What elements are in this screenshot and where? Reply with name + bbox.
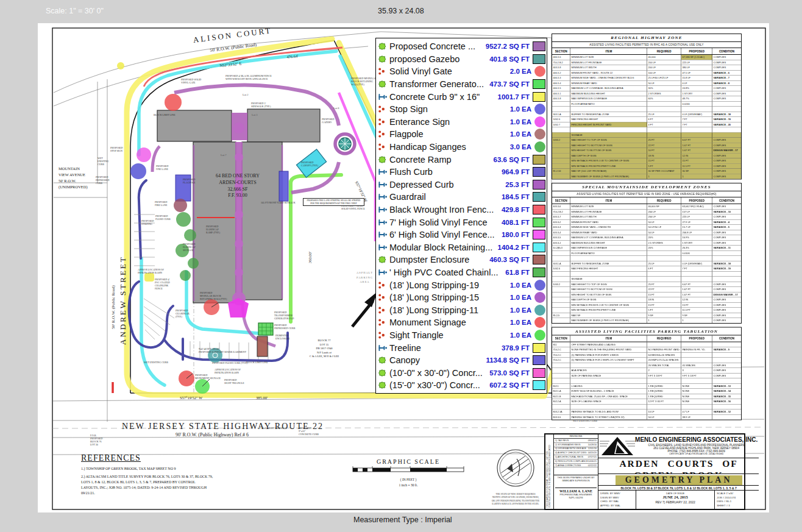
table-cell: 200 LF <box>647 60 681 65</box>
revisions-header: REVISIONS <box>554 434 598 439</box>
table-cell: MAX HEIGHT TO BOTTOM OF SIGN <box>570 287 647 292</box>
table-cell: COMPLIES <box>712 368 741 373</box>
legend-item[interactable]: Transformer Generato...473.7 SQ FT <box>378 78 545 91</box>
legend-item[interactable]: Sight Triangle1.0 EA <box>378 329 545 342</box>
column-header: ITEM <box>570 336 647 342</box>
table-cell: 710.2.C <box>552 353 570 358</box>
legend-item-value: 63.6 SQ FT <box>494 156 530 163</box>
concrete-pad-measurement[interactable] <box>296 149 326 177</box>
table-cell: VARIANCE - 8 <box>712 81 741 86</box>
table-row: FLOOR AREA RATIO0.0240 <box>552 102 741 107</box>
area-measurement-icon <box>378 356 389 365</box>
legend-item[interactable]: Enterance Sign1.0 EA <box>378 116 545 129</box>
legend-item[interactable]: (18' )Long Stripping-191.0 EA <box>378 278 545 291</box>
table-cell: VARIANCE - 9 <box>712 347 741 352</box>
table-cell: MAXIMUM LOT COVERAGE- BUILDING AREA <box>570 86 647 91</box>
table-cell: NONE PERMITTED IN THE REQUIRED FRONT YAR… <box>570 347 647 352</box>
legend-item[interactable]: ' High PVC Coated Chainl...61.8 FT <box>378 266 545 279</box>
table-row: 1052.6MAX FENCING HEIGHT6 FT7 FTVARIANCE… <box>552 266 741 272</box>
table-cell: 802.1.A <box>552 389 570 394</box>
table-cell: 20 EMPLOY./2=10 SPACES <box>647 358 681 363</box>
table-row: SIGNAGE <box>552 277 741 282</box>
legend-item[interactable]: Depressed Curb25.3 FT <box>378 179 545 191</box>
legend-item[interactable]: (15'-0" x30'-0") Concr...607.2 SQ FT <box>378 379 545 392</box>
legend-item[interactable]: Solid Vinyl Gate2.0 EA <box>378 65 545 78</box>
legend-item-value: 9527.2 SQ FT <box>486 43 530 50</box>
references-block: REFERENCES 1.) TOWNSHIP OF GREEN BROOK, … <box>81 453 271 498</box>
credit-line: SHEET # 3 <box>717 504 757 508</box>
table-cell: COMPLIES <box>712 96 741 101</box>
legend-item[interactable]: Flush Curb964.9 FT <box>378 166 545 179</box>
table-cell: SIGNAGE <box>570 133 647 138</box>
color-swatch <box>533 54 545 64</box>
revisions-table: REVISIONS 1) TAX REVS09/04/152) STORMWAT… <box>554 434 598 475</box>
table-row <box>552 272 741 277</box>
table-row: MAX NUMBER OF SIGNS (1 PER LOT FRONTAGE)… <box>552 174 741 179</box>
legend-item[interactable]: (18' )Long Stripping-111.0 EA <box>378 303 545 316</box>
legend-item[interactable]: Stop Sign1.0 EA <box>378 103 545 116</box>
count-measurement-icon <box>378 67 389 76</box>
references-title: REFERENCES <box>81 453 271 463</box>
table-row: 710.2.C(1) PARKING SPACE FOR 2 EMPLOY./ … <box>552 358 741 363</box>
table-cell: 24.8% <box>681 86 712 91</box>
table-row: MIN SETBACK FROM PROPERTY LINE5 FT11.5 F… <box>552 308 741 313</box>
legend-item[interactable]: Dumpster Enclosure460.3 SQ FT <box>378 254 545 266</box>
table-row <box>552 378 741 384</box>
table-cell: COMPLIES <box>712 204 741 209</box>
legend-item[interactable]: Modular Block Retaining...1404.2 FT <box>378 241 545 254</box>
table-row: 405.3-3MINIMUM SIDE YARD - ONE/BOTH50 LF… <box>552 225 741 230</box>
table-row: 803.2.1APARKING SETBACK TO BLDG. AND ROW… <box>552 410 741 415</box>
table-cell <box>681 277 712 282</box>
table-cell: 0.0240 <box>681 102 712 107</box>
legend-item[interactable]: 7' High Solid Vinyl Fence408.1 FT <box>378 216 545 229</box>
table-cell <box>552 303 570 308</box>
length-measurement-icon <box>378 268 389 277</box>
column-header: REQUIRED <box>647 48 681 54</box>
table-header-row: SECTIONITEMREQUIREDPROPOSEDCONDITION <box>552 48 741 55</box>
legend-item[interactable]: Black Wrought Iron Fenc...429.8 FT <box>378 204 545 216</box>
table-cell: VARIANCE - 16 <box>712 399 741 404</box>
table-cell <box>570 405 647 410</box>
gazebo-measurement[interactable] <box>335 134 355 154</box>
legend-item[interactable]: Concrete Ramp63.6 SQ FT <box>378 153 545 166</box>
legend-item[interactable]: Treeline378.9 FT <box>378 341 545 354</box>
yellow-marker[interactable] <box>144 273 154 282</box>
legend-item-name: Canopy <box>389 355 484 365</box>
legend-item[interactable]: Proposed Concrete ...9527.2 SQ FT <box>378 40 545 53</box>
table-cell: MINIMUM FRONT YARD - ROUTE 22 <box>570 71 647 76</box>
table-row: 303.1.ABUFFER TO RESIDENTIAL ZONE25 LF0 … <box>552 112 741 118</box>
vinyl-fence-7ft-measurement[interactable] <box>291 175 341 322</box>
legend-item[interactable]: Flagpole1.0 EA <box>378 128 545 141</box>
legend-item[interactable]: Handicap Siganges3.0 EA <box>378 141 545 154</box>
table-cell: 1 <box>647 318 681 323</box>
column-header: SECTION <box>552 48 570 54</box>
color-swatch <box>533 368 545 378</box>
table-cell: 30% <box>647 86 681 91</box>
legend-item[interactable]: Guardrail184.5 FT <box>378 191 545 204</box>
legend-item-value: 25.3 FT <box>505 181 530 188</box>
table-cell: 10.2(B).3 <box>552 246 570 250</box>
table-cell: PARKING IN FR. YD. <box>681 347 712 352</box>
table-cell: 27.9 LF <box>681 220 712 225</box>
legend-item[interactable]: Monument Signage1.0 EA <box>378 316 545 329</box>
table-cell <box>712 272 741 277</box>
table-cell <box>647 342 681 347</box>
table-row: 405.3-6MINIMUM LOT SIZE40,000 SF63,042 S… <box>552 204 741 210</box>
legend-item-name: 7' High Solid Vinyl Fence <box>389 218 500 227</box>
revision-row: 5) ARCHITECTURAL REVS07/27/21 <box>554 455 598 459</box>
legend-item[interactable]: (18' )Long Stripping-151.0 EA <box>378 291 545 304</box>
legend-item[interactable]: proposed Gazebo401.8 SQ FT <box>378 53 545 66</box>
table-cell <box>570 363 647 368</box>
legend-item[interactable]: 6' High Solid Vinyl Fence...180.0 FT <box>378 229 545 241</box>
legend-item[interactable]: Concrete Curb 9" x 16"1001.7 FT <box>378 90 545 103</box>
legend-item[interactable]: (10'-0" x 30'-0") Concr...573.0 SQ FT <box>378 366 545 379</box>
legend-item[interactable]: Canopy1134.8 SQ FT <box>378 354 545 367</box>
dumpster-enclosure-measurement[interactable] <box>257 336 268 356</box>
table-cell: 15 FT <box>681 303 712 308</box>
transformer-pad-measurement[interactable] <box>258 323 273 335</box>
table-cell: 20% <box>647 235 681 240</box>
color-swatch <box>533 92 545 102</box>
legend-item-value: 1.0 EA <box>510 282 531 289</box>
table-cell <box>552 164 570 169</box>
table-cell <box>552 158 570 163</box>
